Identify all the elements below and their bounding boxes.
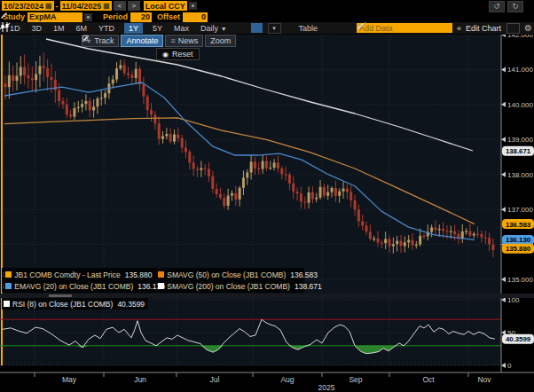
- rsi-swatch: [4, 301, 10, 307]
- add-data-input[interactable]: Add Data: [357, 23, 452, 33]
- study-select[interactable]: ExpMA: [27, 12, 82, 22]
- separator-handle[interactable]: [49, 294, 72, 297]
- currency-value: Local CCY: [145, 2, 185, 11]
- svg-text:Oct: Oct: [422, 375, 435, 384]
- chart-canvas[interactable]: 142.000141.000140.000139.000138.000137.0…: [0, 0, 534, 392]
- candle-chart-icon[interactable]: [251, 23, 263, 33]
- reset-icon: ◉: [162, 51, 169, 59]
- redo-icon[interactable]: ↻: [507, 1, 523, 12]
- time-axis: MayJunJulAugSepOctNov2025: [35, 372, 491, 392]
- news-label: News: [178, 36, 199, 45]
- tab-1m[interactable]: 1M: [51, 23, 67, 34]
- svg-text:Sep: Sep: [349, 375, 362, 384]
- tab-ytd[interactable]: YTD: [97, 23, 116, 34]
- last-price-label: JB1 COMB Comdty - Last Price: [14, 270, 121, 279]
- range-next-button[interactable]: >: [128, 1, 140, 11]
- date-to-value: 11/04/2025: [62, 2, 102, 11]
- bloomberg-chart-window: 142.000141.000140.000139.000138.000137.0…: [0, 0, 534, 392]
- study-value: ExpMA: [29, 12, 57, 21]
- price-badges: 138.671136.583136.130135.880: [502, 146, 534, 254]
- currency-dropdown-icon[interactable]: [189, 2, 197, 10]
- smavg50-label: SMAVG (50) on Close (JB1 COMB): [167, 270, 286, 279]
- tab-6m[interactable]: 6M: [75, 23, 90, 34]
- rsi-legend[interactable]: RSI (8) on Close (JB1 COMB) 40.3599: [2, 298, 148, 310]
- rsi-axis-labels: 100500: [501, 296, 520, 370]
- svg-text:Nov: Nov: [477, 375, 491, 384]
- table-button[interactable]: Table: [297, 23, 320, 34]
- svg-text:2025: 2025: [318, 383, 335, 392]
- study-dropdown-icon[interactable]: [84, 13, 92, 21]
- annotate-button[interactable]: Annotate: [121, 35, 163, 47]
- undo-icon[interactable]: ↺: [489, 1, 505, 12]
- svg-text:Jul: Jul: [210, 375, 220, 384]
- svg-text:137.000: 137.000: [507, 206, 533, 214]
- svg-text:138.671: 138.671: [506, 147, 531, 155]
- offset-value: 0: [201, 12, 206, 21]
- last-price-swatch: [5, 271, 12, 278]
- tab-1y[interactable]: 1Y: [124, 23, 143, 34]
- annotate-label: Annotate: [126, 36, 158, 45]
- period-label: Period: [103, 12, 128, 21]
- news-button[interactable]: ≡ News: [165, 35, 203, 47]
- toolbar-row-ranges: 1D 3D 1M 6M YTD 1Y 5Y Max Daily ▼ ▾ Tabl…: [0, 22, 534, 35]
- legend-item-smavg200[interactable]: SMAVG (200) on Close (JB1 COMB) 138.671: [157, 282, 321, 291]
- line-chart-icon[interactable]: [234, 23, 246, 33]
- calendar-icon[interactable]: ▦: [45, 2, 52, 10]
- toolbar-right-cluster: Add Data « Edit Chart ⚙: [357, 22, 532, 34]
- svg-text:135.000: 135.000: [507, 276, 533, 284]
- collapse-icon[interactable]: «: [457, 24, 461, 33]
- rsi-label: RSI (8) on Close (JB1 COMB): [12, 300, 113, 309]
- tab-max[interactable]: Max: [172, 23, 191, 34]
- legend-row: JB1 COMB Comdty - Last Price 135.880 SMA…: [4, 269, 321, 280]
- date-to-field[interactable]: 11/04/2025 ▦: [60, 1, 112, 11]
- edit-chart-button[interactable]: Edit Chart: [466, 24, 501, 33]
- reset-label: Reset: [172, 50, 193, 59]
- annotation-toolbar: + Track Annotate ≡ News Zoom: [82, 35, 236, 47]
- emavg20-swatch: [5, 283, 12, 289]
- chevron-down-icon: ▾: [272, 25, 276, 32]
- tab-3d[interactable]: 3D: [30, 23, 44, 34]
- legend-item-emavg20[interactable]: EMAVG (20) on Close (JB1 COMB) 136.130: [4, 282, 157, 291]
- frequency-select[interactable]: Daily ▼: [199, 23, 228, 34]
- svg-text:140.000: 140.000: [507, 101, 533, 109]
- smavg200-value: 138.671: [294, 282, 322, 291]
- track-label: Track: [94, 36, 114, 45]
- edit-chart-label: Edit Chart: [466, 24, 501, 33]
- magnifier-icon: [82, 35, 90, 43]
- period-input[interactable]: 20: [130, 12, 152, 22]
- smavg200-swatch: [158, 283, 164, 289]
- offset-label: Offset: [157, 12, 180, 21]
- legend-item-smavg50[interactable]: SMAVG (50) on Close (JB1 COMB) 136.583: [157, 270, 318, 279]
- news-icon: ≡: [170, 36, 175, 45]
- svg-text:141.000: 141.000: [507, 66, 533, 74]
- svg-text:Jun: Jun: [134, 375, 146, 384]
- svg-text:139.000: 139.000: [507, 136, 533, 144]
- svg-text:May: May: [62, 375, 77, 384]
- history-buttons: ↺ ↻: [489, 1, 523, 12]
- emavg20-label: EMAVG (20) on Close (JB1 COMB): [14, 282, 133, 291]
- svg-text:136.130: 136.130: [506, 236, 531, 244]
- date-from-field[interactable]: 10/23/2024 ▦: [2, 1, 54, 11]
- svg-text:40.3599: 40.3599: [506, 335, 531, 343]
- smavg50-value: 136.583: [290, 270, 318, 279]
- calendar-icon[interactable]: ▦: [103, 2, 110, 10]
- price-legend[interactable]: ⁞⁞ JB1 COMB Comdty - Last Price 135.880 …: [2, 268, 304, 293]
- chart-settings-icon[interactable]: [507, 23, 520, 34]
- date-from-value: 10/23/2024: [4, 2, 43, 11]
- rsi-value: 40.3599: [117, 300, 145, 309]
- chart-type-dropdown-icon[interactable]: ▾: [268, 23, 281, 34]
- rsi-badge: 40.3599: [502, 334, 534, 344]
- svg-text:135.880: 135.880: [506, 245, 531, 253]
- toolbar-row-study: Study ExpMA Period 20 Offset 0: [0, 12, 534, 22]
- tab-5y[interactable]: 5Y: [151, 23, 164, 34]
- range-prev-button[interactable]: <: [114, 1, 126, 11]
- reset-button[interactable]: ◉ Reset: [156, 48, 200, 60]
- smavg200-label: SMAVG (200) on Close (JB1 COMB): [167, 282, 290, 291]
- gear-icon[interactable]: ⚙: [524, 23, 532, 33]
- zoom-button[interactable]: Zoom: [205, 35, 236, 47]
- date-range-separator: -: [56, 2, 59, 11]
- smavg50-swatch: [158, 271, 164, 278]
- legend-item-last-price[interactable]: JB1 COMB Comdty - Last Price 135.880: [4, 270, 157, 279]
- currency-select[interactable]: Local CCY: [144, 1, 187, 11]
- offset-input[interactable]: 0: [183, 12, 208, 22]
